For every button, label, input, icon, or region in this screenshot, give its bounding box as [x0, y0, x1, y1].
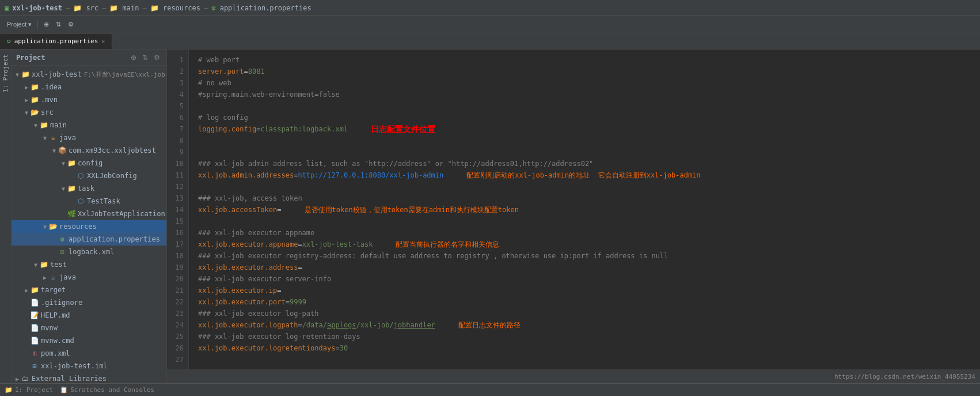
tree-item-appprops[interactable]: ⚙ application.properties: [12, 233, 166, 246]
tree-item-helpmd[interactable]: 📝 HELP.md: [12, 309, 166, 322]
tree-item-pomxml[interactable]: m pom.xml: [12, 347, 166, 360]
bottom-scratches-item[interactable]: 📋 Scratches and Consoles: [60, 386, 154, 394]
tree-arrow-resources: ▼: [41, 224, 48, 230]
tree-item-mvn[interactable]: ▶ 📁 .mvn: [12, 93, 166, 106]
code-area[interactable]: # web port server.port=8081 # no web #sp…: [189, 50, 980, 369]
tree-arrow-mvn: ▶: [23, 97, 30, 103]
tree-item-testjava[interactable]: ▶ ☕ java: [12, 271, 166, 284]
tree-label-extlib: External Libraries: [32, 375, 107, 383]
tree-label-com: com.xm93cc.xxljobtest: [69, 146, 156, 154]
tree-label-helpmd: HELP.md: [41, 311, 70, 319]
tree-icon-config: 📁: [67, 159, 76, 168]
tree-icon-test: 📁: [39, 260, 48, 269]
tree-icon-mvnwcmd: 📄: [30, 336, 39, 345]
toolbar-add-btn[interactable]: ⊕: [41, 20, 51, 29]
tree-item-mvnw[interactable]: 📄 mvnw: [12, 322, 166, 334]
tree-item-task[interactable]: ▼ 📁 task: [12, 182, 166, 195]
left-panel-project-label[interactable]: 1: Project: [1, 52, 10, 95]
ln-24: 24: [167, 319, 188, 331]
tree-arrow-task: ▼: [60, 186, 67, 192]
annotation-adminaddr: 配置刚刚启动的xxl-job-admin的地址 它会自动注册到xxl-job-a…: [466, 169, 700, 181]
tree-arrow-config: ▼: [60, 160, 67, 167]
toolbar: Project ▾ ⊕ ⇅ ⚙: [0, 16, 980, 33]
ln-23: 23: [167, 308, 188, 319]
tree-item-target[interactable]: ▶ 📁 target: [12, 284, 166, 296]
ln-18: 18: [167, 250, 188, 262]
toolbar-settings-btn[interactable]: ⚙: [66, 20, 76, 29]
ln-16: 16: [167, 227, 188, 239]
tree-arrow-com: ▼: [51, 148, 58, 154]
tree-label-main: main: [50, 121, 67, 129]
sidebar-add-btn[interactable]: ⊕: [129, 53, 138, 62]
tree-label-test: test: [50, 261, 67, 269]
ln-10: 10: [167, 158, 188, 169]
tree-icon-helpmd: 📝: [30, 311, 39, 320]
code-line-4: #spring.main.web-environment=false: [198, 89, 971, 100]
tree-item-java[interactable]: ▼ ☕ java: [12, 131, 166, 144]
tree-item-mvnwcmd[interactable]: 📄 mvnw.cmd: [12, 334, 166, 347]
tree-arrow-java: ▼: [41, 135, 48, 141]
ln-2: 2: [167, 66, 188, 77]
tree-icon-mvnw: 📄: [30, 323, 39, 333]
tree-icon-logback: ⊞: [58, 247, 67, 257]
annotation-accesstoken: 是否使用token校验，使用token需要在admin和执行模块配置token: [305, 204, 519, 216]
code-line-14: xxl.job.accessToken=是否使用token校验，使用token需…: [198, 204, 971, 216]
title-sep2: –: [102, 4, 106, 12]
sidebar-title: Project: [16, 54, 45, 62]
title-sep4: –: [204, 4, 208, 12]
tree-item-xxljobconfig[interactable]: ⬡ XXLJobConfig: [12, 169, 166, 182]
title-path-src: 📁 src: [73, 4, 98, 12]
line-numbers: 1 2 3 4 5 6 7 8 9 10 11 12 13 14 15 16 1…: [167, 50, 189, 369]
sidebar-sync-btn[interactable]: ⇅: [140, 53, 150, 62]
tree-icon-extlib: 🗂: [21, 374, 30, 383]
code-line-6: # log config: [198, 112, 971, 123]
tree-item-xxljobapp[interactable]: 🌿 XxlJobTestApplication: [12, 208, 166, 220]
sidebar-settings-btn[interactable]: ⚙: [152, 53, 162, 62]
tree-item-src[interactable]: ▼ 📂 src: [12, 106, 166, 119]
tree-item-extlib[interactable]: ▶ 🗂 External Libraries: [12, 372, 166, 383]
sidebar-tree: ▼ 📁 xxl-job-test F:\开发\javaEE\xxl-job-te…: [12, 66, 166, 383]
tree-label-java: java: [59, 134, 76, 142]
code-line-18: ### xxl-job executor registry-address: d…: [198, 250, 971, 262]
tree-item-config[interactable]: ▼ 📁 config: [12, 157, 166, 169]
bottom-project-item[interactable]: 📁 1: Project: [5, 386, 53, 394]
project-dropdown[interactable]: Project ▾: [5, 20, 34, 29]
tree-label-pomxml: pom.xml: [41, 349, 70, 357]
bottom-project-label: 1: Project: [15, 386, 53, 394]
tree-item-iml[interactable]: ⊞ xxl-job-test.iml: [12, 360, 166, 372]
tree-item-main[interactable]: ▼ 📁 main: [12, 119, 166, 131]
title-path-main: 📁 main: [109, 4, 139, 12]
code-line-7: logging.config=classpath:logback.xml日志配置…: [198, 123, 971, 135]
left-panel: 1: Project: [0, 50, 12, 383]
editor-content[interactable]: 1 2 3 4 5 6 7 8 9 10 11 12 13 14 15 16 1…: [167, 50, 980, 369]
ln-15: 15: [167, 216, 188, 227]
code-line-19: xxl.job.executor.address=: [198, 262, 971, 273]
tab-bar: ⚙ application.properties ✕: [0, 33, 980, 50]
tree-icon-java: ☕: [48, 133, 58, 142]
tab-label: application.properties: [14, 37, 98, 45]
tree-icon-iml: ⊞: [30, 361, 39, 371]
tree-item-logback[interactable]: ⊞ logback.xml: [12, 246, 166, 258]
code-line-26: xxl.job.executor.logretentiondays=30: [198, 342, 971, 354]
tree-item-gitignore[interactable]: 📄 .gitignore: [12, 296, 166, 309]
tree-item-resources[interactable]: ▼ 📂 resources: [12, 220, 166, 233]
tree-item-root[interactable]: ▼ 📁 xxl-job-test F:\开发\javaEE\xxl-job-te…: [12, 68, 166, 81]
code-line-5: [198, 100, 971, 112]
tab-application-properties[interactable]: ⚙ application.properties ✕: [0, 34, 112, 49]
annotation-appname: 配置当前执行器的名字和相关信息: [396, 239, 499, 250]
tree-path-root: F:\开发\javaEE\xxl-job-test: [84, 70, 166, 79]
bottom-project-icon: 📁: [5, 386, 13, 394]
ln-21: 21: [167, 285, 188, 296]
tree-item-testtask[interactable]: ⬡ TestTask: [12, 195, 166, 208]
ln-9: 9: [167, 146, 188, 158]
title-path-file: ⚙ application.properties: [211, 4, 311, 12]
code-line-20: ### xxl-job executor server-info: [198, 273, 971, 285]
toolbar-sort-btn[interactable]: ⇅: [54, 20, 63, 29]
tab-close-btn[interactable]: ✕: [101, 38, 105, 44]
tree-item-idea[interactable]: ▶ 📁 .idea: [12, 81, 166, 93]
tree-item-test[interactable]: ▼ 📁 test: [12, 258, 166, 271]
tree-item-com[interactable]: ▼ 📦 com.xm93cc.xxljobtest: [12, 144, 166, 157]
code-line-10: ### xxl-job admin address list, such as …: [198, 158, 971, 169]
ln-7: 7: [167, 123, 188, 135]
title-bar: ▣ xxl-job-test – 📁 src – 📁 main – 📁 reso…: [0, 0, 980, 16]
